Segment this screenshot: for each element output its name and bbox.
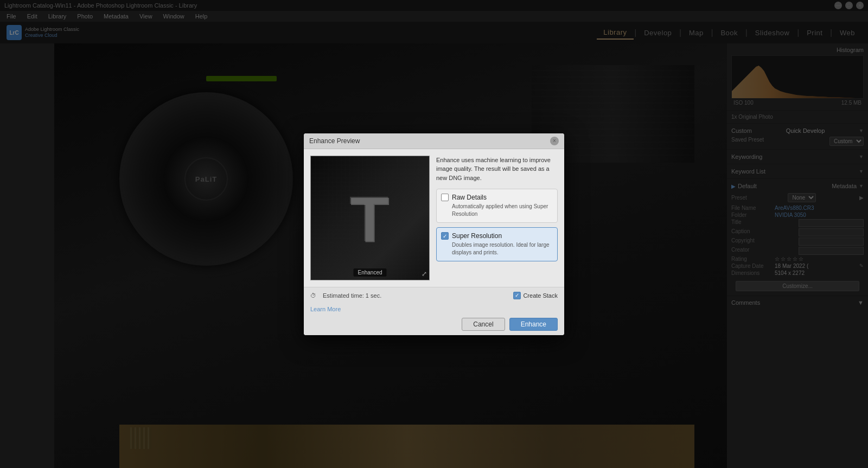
super-resolution-desc: Doubles image resolution. Ideal for larg… xyxy=(441,241,553,257)
estimated-time-row: ⏱ Estimated time: 1 sec. Create Stack xyxy=(310,292,558,299)
preview-enhanced-label: Enhanced xyxy=(353,268,386,277)
learn-more-link[interactable]: Learn More xyxy=(310,306,341,312)
svg-text:T: T xyxy=(349,182,389,254)
dialog-footer: ⏱ Estimated time: 1 sec. Create Stack Le… xyxy=(304,287,564,335)
super-resolution-header: Super Resolution xyxy=(441,232,553,240)
preview-expand-icon[interactable]: ⤢ xyxy=(422,270,427,278)
dialog-options: Enhance uses machine learning to improve… xyxy=(436,156,558,280)
raw-details-desc: Automatically applied when using Super R… xyxy=(441,203,553,218)
modal-overlay: Enhance Preview × xyxy=(0,0,868,468)
super-resolution-checkbox[interactable] xyxy=(441,232,449,240)
estimated-icon: ⏱ xyxy=(310,292,316,299)
cancel-button[interactable]: Cancel xyxy=(462,318,505,331)
create-stack-label: Create Stack xyxy=(523,292,558,299)
dialog-body: T T Enhanced ⤢ Enhance uses machine lear… xyxy=(304,149,564,287)
preview-image: T T xyxy=(311,156,429,280)
dialog-close-button[interactable]: × xyxy=(550,137,559,145)
raw-details-option[interactable]: Raw Details Automatically applied when u… xyxy=(436,189,558,223)
raw-details-header: Raw Details xyxy=(441,194,553,201)
dialog-title: Enhance Preview xyxy=(309,137,360,145)
super-resolution-option[interactable]: Super Resolution Doubles image resolutio… xyxy=(436,227,558,261)
enhance-button[interactable]: Enhance xyxy=(509,318,558,331)
dialog-description: Enhance uses machine learning to improve… xyxy=(436,156,558,183)
raw-details-checkbox[interactable] xyxy=(441,194,449,201)
create-stack-checkbox[interactable] xyxy=(513,292,521,299)
raw-details-label: Raw Details xyxy=(452,194,487,201)
create-stack-row: Create Stack xyxy=(513,292,558,299)
dialog-preview: T T Enhanced ⤢ xyxy=(310,156,430,280)
dialog-titlebar: Enhance Preview × xyxy=(304,133,564,149)
enhance-dialog: Enhance Preview × xyxy=(304,133,564,335)
estimated-time-label: Estimated time: 1 sec. xyxy=(323,292,381,299)
super-resolution-label: Super Resolution xyxy=(452,232,502,240)
dialog-buttons: Cancel Enhance xyxy=(310,318,558,331)
